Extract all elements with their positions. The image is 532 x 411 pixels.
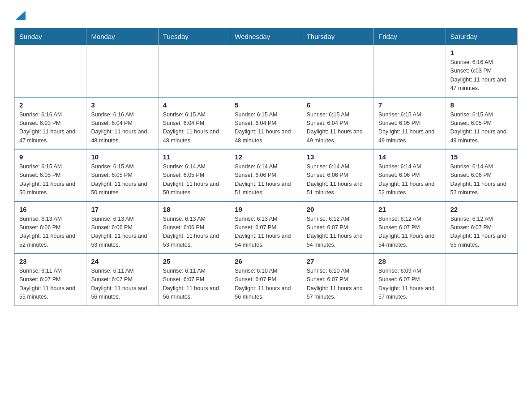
day-number: 19 [235, 206, 297, 213]
day-number: 20 [307, 206, 369, 213]
day-info: Sunrise: 6:15 AMSunset: 6:04 PMDaylight:… [163, 111, 225, 146]
calendar-cell [230, 45, 302, 97]
day-info: Sunrise: 6:13 AMSunset: 6:06 PMDaylight:… [163, 215, 225, 250]
calendar-cell: 18Sunrise: 6:13 AMSunset: 6:06 PMDayligh… [158, 201, 230, 254]
day-number: 4 [163, 101, 225, 109]
day-info: Sunrise: 6:13 AMSunset: 6:06 PMDaylight:… [91, 215, 153, 250]
day-number: 3 [91, 101, 153, 109]
day-info: Sunrise: 6:10 AMSunset: 6:07 PMDaylight:… [307, 267, 369, 302]
calendar-cell [446, 253, 517, 305]
day-info: Sunrise: 6:15 AMSunset: 6:04 PMDaylight:… [235, 111, 297, 146]
day-number: 23 [19, 257, 82, 265]
day-info: Sunrise: 6:15 AMSunset: 6:05 PMDaylight:… [91, 163, 153, 197]
calendar-week-row: 23Sunrise: 6:11 AMSunset: 6:07 PMDayligh… [15, 253, 518, 305]
calendar-header-sunday: Sunday [15, 28, 86, 45]
day-number: 14 [378, 153, 441, 161]
calendar-cell: 20Sunrise: 6:12 AMSunset: 6:07 PMDayligh… [302, 201, 373, 254]
logo [14, 11, 26, 19]
calendar-header-saturday: Saturday [446, 28, 517, 45]
day-number: 26 [235, 257, 297, 265]
day-number: 28 [378, 257, 441, 265]
calendar-week-row: 9Sunrise: 6:15 AMSunset: 6:05 PMDaylight… [15, 149, 518, 201]
calendar-cell: 6Sunrise: 6:15 AMSunset: 6:04 PMDaylight… [302, 97, 373, 150]
day-number: 24 [91, 257, 153, 265]
calendar-cell: 3Sunrise: 6:16 AMSunset: 6:04 PMDaylight… [86, 97, 158, 150]
day-number: 11 [163, 153, 225, 161]
calendar-header-wednesday: Wednesday [230, 28, 302, 45]
day-info: Sunrise: 6:16 AMSunset: 6:03 PMDaylight:… [19, 111, 82, 146]
day-number: 16 [19, 206, 82, 213]
day-number: 12 [235, 153, 297, 161]
calendar-header-friday: Friday [374, 28, 446, 45]
day-info: Sunrise: 6:14 AMSunset: 6:06 PMDaylight:… [378, 163, 441, 197]
calendar-cell: 10Sunrise: 6:15 AMSunset: 6:05 PMDayligh… [86, 149, 158, 201]
svg-marker-0 [16, 11, 26, 20]
day-number: 15 [450, 153, 513, 161]
calendar-cell [158, 45, 230, 97]
calendar-cell: 25Sunrise: 6:11 AMSunset: 6:07 PMDayligh… [158, 253, 230, 305]
calendar-week-row: 1Sunrise: 6:16 AMSunset: 6:03 PMDaylight… [15, 45, 518, 97]
calendar-cell: 11Sunrise: 6:14 AMSunset: 6:05 PMDayligh… [158, 149, 230, 201]
day-number: 9 [19, 153, 82, 161]
calendar-cell: 14Sunrise: 6:14 AMSunset: 6:06 PMDayligh… [374, 149, 446, 201]
day-info: Sunrise: 6:11 AMSunset: 6:07 PMDaylight:… [163, 267, 225, 302]
day-number: 10 [91, 153, 153, 161]
day-number: 5 [235, 101, 297, 109]
calendar-cell: 9Sunrise: 6:15 AMSunset: 6:05 PMDaylight… [15, 149, 86, 201]
day-info: Sunrise: 6:16 AMSunset: 6:04 PMDaylight:… [91, 111, 153, 146]
day-info: Sunrise: 6:14 AMSunset: 6:05 PMDaylight:… [163, 163, 225, 197]
day-number: 18 [163, 206, 225, 213]
day-number: 13 [307, 153, 369, 161]
calendar-cell: 12Sunrise: 6:14 AMSunset: 6:06 PMDayligh… [230, 149, 302, 201]
day-info: Sunrise: 6:14 AMSunset: 6:06 PMDaylight:… [307, 163, 369, 197]
calendar-header-monday: Monday [86, 28, 158, 45]
day-number: 1 [450, 49, 513, 56]
calendar-cell: 21Sunrise: 6:12 AMSunset: 6:07 PMDayligh… [374, 201, 446, 254]
calendar-header-row: SundayMondayTuesdayWednesdayThursdayFrid… [15, 28, 518, 45]
calendar-cell [86, 45, 158, 97]
calendar-header-tuesday: Tuesday [158, 28, 230, 45]
calendar-cell: 13Sunrise: 6:14 AMSunset: 6:06 PMDayligh… [302, 149, 373, 201]
day-info: Sunrise: 6:13 AMSunset: 6:06 PMDaylight:… [19, 215, 82, 250]
page-header [14, 11, 518, 19]
calendar-header-thursday: Thursday [302, 28, 373, 45]
day-info: Sunrise: 6:13 AMSunset: 6:07 PMDaylight:… [235, 215, 297, 250]
calendar-cell: 26Sunrise: 6:10 AMSunset: 6:07 PMDayligh… [230, 253, 302, 305]
day-info: Sunrise: 6:15 AMSunset: 6:05 PMDaylight:… [378, 111, 441, 146]
day-info: Sunrise: 6:14 AMSunset: 6:06 PMDaylight:… [235, 163, 297, 197]
calendar-cell: 5Sunrise: 6:15 AMSunset: 6:04 PMDaylight… [230, 97, 302, 150]
calendar-cell: 7Sunrise: 6:15 AMSunset: 6:05 PMDaylight… [374, 97, 446, 150]
calendar-cell: 17Sunrise: 6:13 AMSunset: 6:06 PMDayligh… [86, 201, 158, 254]
calendar-table: SundayMondayTuesdayWednesdayThursdayFrid… [14, 28, 518, 306]
calendar-cell: 27Sunrise: 6:10 AMSunset: 6:07 PMDayligh… [302, 253, 373, 305]
day-number: 17 [91, 206, 153, 213]
calendar-cell: 19Sunrise: 6:13 AMSunset: 6:07 PMDayligh… [230, 201, 302, 254]
day-info: Sunrise: 6:12 AMSunset: 6:07 PMDaylight:… [378, 215, 441, 250]
calendar-cell: 28Sunrise: 6:09 AMSunset: 6:07 PMDayligh… [374, 253, 446, 305]
day-number: 2 [19, 101, 82, 109]
calendar-cell: 1Sunrise: 6:16 AMSunset: 6:03 PMDaylight… [446, 45, 517, 97]
calendar-week-row: 2Sunrise: 6:16 AMSunset: 6:03 PMDaylight… [15, 97, 518, 150]
calendar-cell [374, 45, 446, 97]
day-info: Sunrise: 6:11 AMSunset: 6:07 PMDaylight:… [91, 267, 153, 302]
day-number: 27 [307, 257, 369, 265]
day-number: 6 [307, 101, 369, 109]
calendar-cell: 2Sunrise: 6:16 AMSunset: 6:03 PMDaylight… [15, 97, 86, 150]
day-info: Sunrise: 6:15 AMSunset: 6:04 PMDaylight:… [307, 111, 369, 146]
calendar-cell: 4Sunrise: 6:15 AMSunset: 6:04 PMDaylight… [158, 97, 230, 150]
day-info: Sunrise: 6:15 AMSunset: 6:05 PMDaylight:… [450, 111, 513, 146]
day-info: Sunrise: 6:15 AMSunset: 6:05 PMDaylight:… [19, 163, 82, 197]
calendar-cell: 24Sunrise: 6:11 AMSunset: 6:07 PMDayligh… [86, 253, 158, 305]
day-info: Sunrise: 6:12 AMSunset: 6:07 PMDaylight:… [450, 215, 513, 250]
day-number: 8 [450, 101, 513, 109]
day-info: Sunrise: 6:09 AMSunset: 6:07 PMDaylight:… [378, 267, 441, 302]
day-info: Sunrise: 6:10 AMSunset: 6:07 PMDaylight:… [235, 267, 297, 302]
day-number: 7 [378, 101, 441, 109]
day-number: 22 [450, 206, 513, 213]
calendar-cell [302, 45, 373, 97]
day-info: Sunrise: 6:12 AMSunset: 6:07 PMDaylight:… [307, 215, 369, 250]
calendar-cell: 22Sunrise: 6:12 AMSunset: 6:07 PMDayligh… [446, 201, 517, 254]
day-number: 21 [378, 206, 441, 213]
day-info: Sunrise: 6:14 AMSunset: 6:06 PMDaylight:… [450, 163, 513, 197]
calendar-cell: 8Sunrise: 6:15 AMSunset: 6:05 PMDaylight… [446, 97, 517, 150]
